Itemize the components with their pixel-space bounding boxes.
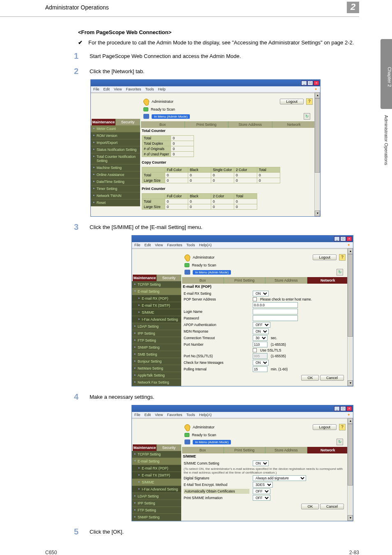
maximize-icon[interactable]: □ [307, 81, 313, 86]
sidebar-item[interactable]: SMB Setting [132, 351, 181, 358]
sidebar-item[interactable]: Bonjour Setting [132, 358, 181, 365]
sidebar-item[interactable]: Reset [91, 199, 140, 206]
sidebar-item[interactable]: AppleTalk Setting [132, 372, 181, 379]
refresh-button[interactable]: ↻ [337, 269, 343, 275]
mdn-select[interactable]: ON [253, 328, 269, 334]
refresh-button[interactable]: ↻ [337, 439, 343, 445]
sidebar-subitem-smime[interactable]: S/MIME [132, 309, 181, 316]
scrollbar[interactable]: ▴▾ [314, 92, 320, 216]
sidebar-item[interactable]: Online Assistance [91, 171, 140, 178]
tab-store-address[interactable]: Store Address [265, 277, 307, 284]
close-icon[interactable]: × [346, 236, 352, 241]
smime-comm-select[interactable]: ON [253, 460, 269, 466]
tab-security[interactable]: Security [157, 444, 181, 451]
sidebar-item[interactable]: LDAP Setting [132, 323, 181, 330]
sidebar-item[interactable]: Machine Setting [91, 164, 140, 171]
tab-print-setting[interactable]: Print Setting [224, 447, 266, 453]
email-rx-select[interactable]: ON [253, 291, 269, 296]
digital-signature-select[interactable]: Always add signature [253, 475, 306, 481]
browser-menu[interactable]: FileEditViewFavoritesToolsHelp(A) [134, 413, 216, 417]
sidebar-item[interactable]: ROM Version [91, 132, 140, 139]
tab-network[interactable]: Network [272, 121, 316, 128]
tab-store-address[interactable]: Store Address [265, 447, 307, 453]
tab-box[interactable]: Box [182, 277, 224, 284]
polling-input[interactable] [253, 366, 267, 372]
logout-button[interactable]: Logout [313, 254, 337, 260]
tab-network[interactable]: Network [307, 277, 349, 284]
tab-maintenance[interactable]: Maintenance [92, 119, 116, 125]
help-button[interactable]: ? [306, 98, 313, 105]
sidebar-item[interactable]: Date/Time Setting [91, 178, 140, 185]
tab-print-setting[interactable]: Print Setting [185, 121, 229, 128]
sidebar-item[interactable]: Timer Setting [91, 185, 140, 192]
encrypt-method-select[interactable]: 3DES [253, 482, 273, 488]
cancel-button[interactable]: Cancel [320, 375, 344, 381]
sidebar-item[interactable]: Import/Export [91, 139, 140, 146]
maximize-icon[interactable]: □ [340, 236, 346, 241]
ok-button[interactable]: OK [301, 375, 319, 381]
sidebar-subitem[interactable]: I-Fax Advanced Setting [132, 316, 181, 323]
auto-cert-select[interactable]: OFF [253, 488, 270, 494]
sidebar-subitem[interactable]: E-mail TX (SMTP) [132, 302, 181, 309]
sidebar-item[interactable]: Network Fax Setting [132, 379, 181, 386]
sidebar-subitem[interactable]: E-mail RX (POP) [132, 295, 181, 302]
printer-icon [184, 439, 190, 444]
sidebar-item[interactable]: Status Notification Setting [91, 146, 140, 153]
ssl-checkbox[interactable] [253, 348, 257, 352]
help-button[interactable]: ? [339, 424, 346, 430]
sidebar-item[interactable]: IPP Setting [132, 500, 181, 507]
sidebar-item[interactable]: LDAP Setting [132, 493, 181, 500]
print-smime-select[interactable]: OFF [253, 495, 270, 501]
tab-maintenance[interactable]: Maintenance [133, 275, 157, 281]
logout-button[interactable]: Logout [313, 424, 337, 430]
tab-network[interactable]: Network [307, 447, 349, 453]
sidebar-item[interactable]: FTP Setting [132, 337, 181, 344]
login-name-input[interactable] [253, 309, 298, 314]
tab-box[interactable]: Box [182, 447, 224, 453]
sidebar-item[interactable]: IPP Setting [132, 330, 181, 337]
tab-store-address[interactable]: Store Address [228, 121, 272, 128]
cancel-button[interactable]: Cancel [320, 504, 344, 509]
apop-select[interactable]: OFF [253, 322, 270, 328]
port-input[interactable] [253, 342, 267, 347]
check-messages-select[interactable]: ON [253, 360, 269, 365]
sidebar-item[interactable]: Total Counter Notification Setting [91, 153, 140, 164]
ok-button[interactable]: OK [301, 504, 319, 509]
tab-maintenance[interactable]: Maintenance [133, 444, 157, 451]
sidebar-item-email[interactable]: E-mail Setting [132, 458, 181, 465]
timeout-select[interactable]: 30 [253, 335, 267, 341]
sidebar-item[interactable]: SNMP Setting [132, 344, 181, 351]
minimize-icon[interactable]: _ [334, 406, 340, 411]
refresh-button[interactable]: ↻ [304, 113, 310, 120]
maximize-icon[interactable]: □ [340, 406, 346, 411]
scrollbar[interactable]: ▴▾ [347, 418, 353, 521]
scrollbar[interactable]: ▴▾ [347, 248, 353, 386]
logout-button[interactable]: Logout [280, 99, 304, 104]
tab-security[interactable]: Security [116, 119, 140, 125]
close-icon[interactable]: × [346, 406, 352, 411]
minimize-icon[interactable]: _ [301, 81, 307, 86]
sidebar-subitem[interactable]: I-Fax Advanced Setting [132, 486, 181, 493]
sidebar-item[interactable]: TCP/IP Setting [132, 451, 181, 458]
sidebar-item[interactable]: Meter Count [91, 125, 140, 132]
tab-print-setting[interactable]: Print Setting [224, 277, 266, 284]
sidebar-item[interactable]: TCP/IP Setting [132, 281, 181, 288]
sidebar-item-email[interactable]: E-mail Setting [132, 288, 181, 295]
sidebar-item[interactable]: FTP Setting [132, 507, 181, 514]
sidebar-item[interactable]: Network TWAIN [91, 192, 140, 199]
browser-menu[interactable]: FileEditViewFavoritesToolsHelp(A) [134, 243, 216, 247]
sidebar-item[interactable]: NetWare Setting [132, 365, 181, 372]
sidebar-subitem[interactable]: E-mail RX (POP) [132, 465, 181, 472]
minimize-icon[interactable]: _ [334, 236, 340, 241]
browser-menu[interactable]: FileEditViewFavoritesToolsHelp [93, 87, 170, 91]
close-icon[interactable]: × [314, 81, 319, 86]
pop-server-input[interactable] [253, 302, 298, 308]
help-button[interactable]: ? [339, 254, 346, 261]
password-input[interactable] [253, 315, 298, 321]
hostname-checkbox[interactable] [253, 297, 257, 301]
sidebar-item[interactable]: SNMP Setting [132, 514, 181, 521]
tab-security[interactable]: Security [157, 275, 181, 281]
sidebar-subitem[interactable]: E-mail TX (SMTP) [132, 472, 181, 479]
sidebar-subitem-smime[interactable]: S/MIME [132, 479, 181, 486]
tab-box[interactable]: Box [141, 121, 185, 128]
